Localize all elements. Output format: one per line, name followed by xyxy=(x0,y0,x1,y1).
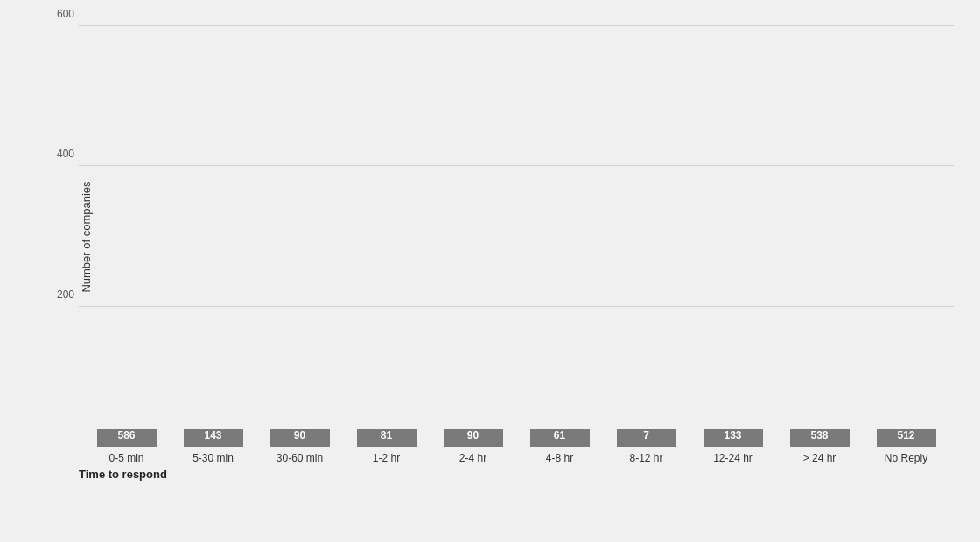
bar-value-label: 133 xyxy=(724,429,741,441)
bar-value-label: 512 xyxy=(897,429,914,441)
bar-value-label: 81 xyxy=(381,429,392,441)
bar-value-label: 90 xyxy=(467,429,479,441)
bar-group: 90 xyxy=(430,429,516,447)
bar-group: 586 xyxy=(83,429,170,447)
x-axis-label: 0-5 min xyxy=(83,452,170,464)
bar-group: 81 xyxy=(343,429,430,447)
x-axis-label: > 24 hr xyxy=(776,452,863,464)
x-axis-label: 8-12 hr xyxy=(603,452,690,464)
bar: 538 xyxy=(790,429,850,447)
x-axis-title-text: Time to respond xyxy=(79,468,167,481)
bar-value-label: 538 xyxy=(810,429,828,441)
grid-and-bars: 600400200 586143908190617133538512 xyxy=(79,26,954,447)
x-axis-label: 4-8 hr xyxy=(516,452,603,464)
bar-group: 90 xyxy=(256,429,343,447)
bar-value-label: 90 xyxy=(294,429,305,441)
x-axis-label: No Reply xyxy=(863,452,949,464)
bar-group: 538 xyxy=(776,429,863,447)
x-axis-label: 30-60 min xyxy=(256,452,343,464)
chart-area: Number of companies 600400200 5861439081… xyxy=(79,26,954,447)
x-axis-label: 1-2 hr xyxy=(343,452,430,464)
bar: 61 xyxy=(530,429,590,447)
bar: 90 xyxy=(444,429,503,447)
y-tick-label: 600 xyxy=(44,8,74,20)
bar-group: 143 xyxy=(170,429,256,447)
bar: 90 xyxy=(270,429,330,447)
bar-value-label: 586 xyxy=(117,429,135,441)
bar-value-label: 7 xyxy=(643,429,649,441)
x-axis-label: 2-4 hr xyxy=(430,452,516,464)
x-axis-title-area: Time to respond xyxy=(79,468,954,481)
x-axis-labels: 0-5 min5-30 min30-60 min1-2 hr2-4 hr4-8 … xyxy=(79,452,954,464)
bar-value-label: 143 xyxy=(204,429,221,441)
bar: 7 xyxy=(617,429,676,447)
bar: 512 xyxy=(877,429,936,447)
bar: 143 xyxy=(184,429,243,447)
y-tick-label: 200 xyxy=(44,288,74,301)
x-axis-label: 5-30 min xyxy=(170,452,256,464)
bar-group: 512 xyxy=(863,429,949,447)
bar-group: 133 xyxy=(690,429,776,447)
bar: 133 xyxy=(704,429,763,447)
bar: 81 xyxy=(357,429,416,447)
chart-container: Number of companies 600400200 5861439081… xyxy=(9,9,971,533)
bars-wrapper: 586143908190617133538512 xyxy=(79,26,954,447)
y-tick-label: 400 xyxy=(44,148,74,160)
bar: 586 xyxy=(97,429,157,447)
bar-group: 7 xyxy=(603,429,690,447)
bar-value-label: 61 xyxy=(554,429,565,441)
x-axis-label: 12-24 hr xyxy=(690,452,776,464)
bar-group: 61 xyxy=(516,429,603,447)
